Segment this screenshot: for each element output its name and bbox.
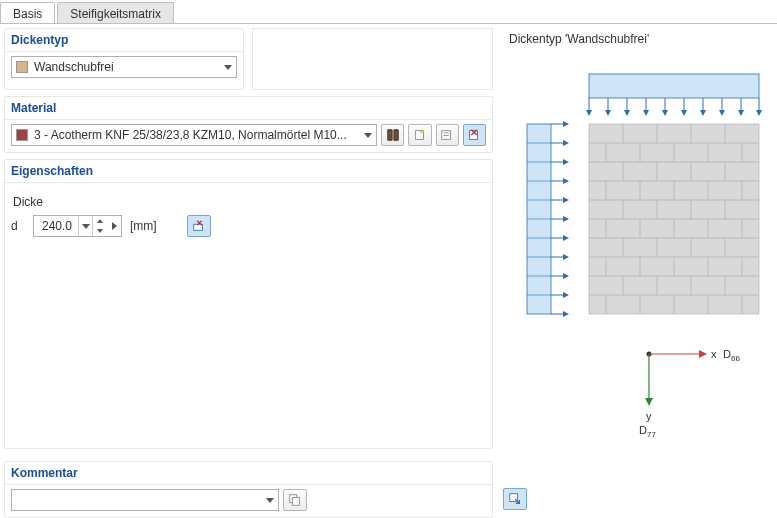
tab-basis[interactable]: Basis	[0, 2, 55, 23]
material-header: Material	[5, 97, 492, 120]
svg-marker-20	[605, 110, 611, 116]
d-label: d	[11, 219, 27, 233]
spin-up[interactable]	[93, 216, 107, 226]
svg-marker-118	[699, 350, 707, 358]
svg-marker-41	[563, 121, 569, 127]
svg-marker-121	[645, 398, 653, 406]
chevron-down-icon	[266, 498, 274, 503]
svg-marker-26	[719, 110, 725, 116]
svg-rect-7	[292, 497, 299, 505]
chevron-down-icon	[364, 133, 372, 138]
svg-rect-2	[444, 132, 449, 133]
svg-text:D77: D77	[639, 424, 656, 439]
edit-icon	[440, 128, 454, 142]
copy-icon	[288, 493, 302, 507]
wall-icon	[589, 124, 759, 314]
svg-marker-22	[643, 110, 649, 116]
thickness-spinner[interactable]	[92, 216, 107, 236]
thickness-value: 240.0	[34, 219, 78, 233]
svg-marker-24	[681, 110, 687, 116]
material-select[interactable]: 3 - Acotherm KNF 25/38/23,8 KZM10, Norma…	[11, 124, 377, 146]
svg-marker-43	[563, 159, 569, 165]
properties-panel: Eigenschaften Dicke d 240.0	[4, 159, 493, 449]
tab-bar: Basis Steifigkeitsmatrix	[0, 0, 777, 24]
chevron-down-icon	[224, 65, 232, 70]
new-button[interactable]	[408, 124, 431, 146]
preview-panel: Dickentyp 'Wandschubfrei'	[495, 24, 777, 518]
new-icon	[413, 128, 427, 142]
svg-marker-50	[563, 292, 569, 298]
svg-marker-51	[563, 311, 569, 317]
svg-rect-3	[444, 135, 449, 136]
book-icon	[386, 128, 400, 142]
thickness-type-header: Dickentyp	[5, 29, 243, 52]
triangle-right-icon	[112, 222, 117, 230]
edit-button[interactable]	[436, 124, 459, 146]
thickness-action-button[interactable]	[187, 215, 211, 237]
thickness-type-panel: Dickentyp Wandschubfrei	[4, 28, 244, 90]
comment-copy-button[interactable]	[283, 489, 307, 511]
export-icon	[508, 492, 522, 506]
svg-marker-28	[756, 110, 762, 116]
svg-marker-46	[563, 216, 569, 222]
chevron-down-icon	[82, 224, 90, 229]
axis-x-label: x	[711, 348, 717, 360]
library-button[interactable]	[381, 124, 404, 146]
svg-marker-21	[624, 110, 630, 116]
empty-panel	[252, 28, 493, 90]
svg-marker-23	[662, 110, 668, 116]
preview-title: Dickentyp 'Wandschubfrei'	[509, 32, 769, 46]
material-value: 3 - Acotherm KNF 25/38/23,8 KZM10, Norma…	[34, 128, 358, 142]
svg-marker-44	[563, 178, 569, 184]
svg-rect-8	[589, 74, 759, 98]
thickness-input[interactable]: 240.0	[33, 215, 122, 237]
axis-y-label: y	[646, 410, 652, 422]
thickness-step[interactable]	[107, 216, 121, 236]
triangle-up-icon	[97, 219, 103, 223]
thickness-type-value: Wandschubfrei	[34, 60, 218, 74]
comment-panel: Kommentar	[4, 461, 493, 518]
thickness-dropdown[interactable]	[78, 216, 92, 236]
material-swatch-icon	[16, 129, 28, 141]
svg-marker-27	[738, 110, 744, 116]
svg-marker-25	[700, 110, 706, 116]
svg-marker-45	[563, 197, 569, 203]
thickness-swatch-icon	[16, 61, 28, 73]
delete-button[interactable]	[463, 124, 486, 146]
svg-marker-42	[563, 140, 569, 146]
svg-marker-47	[563, 235, 569, 241]
svg-marker-49	[563, 273, 569, 279]
properties-header: Eigenschaften	[5, 160, 492, 183]
tab-stiffness-matrix[interactable]: Steifigkeitsmatrix	[57, 2, 174, 23]
thickness-type-select[interactable]: Wandschubfrei	[11, 56, 237, 78]
svg-marker-48	[563, 254, 569, 260]
material-panel: Material 3 - Acotherm KNF 25/38/23,8 KZM…	[4, 96, 493, 153]
triangle-down-icon	[97, 229, 103, 233]
thickness-unit: [mm]	[130, 219, 157, 233]
pick-icon	[192, 219, 206, 233]
comment-header: Kommentar	[5, 462, 492, 485]
svg-marker-19	[586, 110, 592, 116]
spin-down[interactable]	[93, 226, 107, 236]
preview-diagram: x D66 y D77	[509, 54, 769, 454]
delete-icon	[467, 128, 481, 142]
svg-text:D66: D66	[723, 348, 740, 363]
thickness-label: Dicke	[13, 195, 486, 209]
preview-export-button[interactable]	[503, 488, 527, 510]
comment-select[interactable]	[11, 489, 279, 511]
